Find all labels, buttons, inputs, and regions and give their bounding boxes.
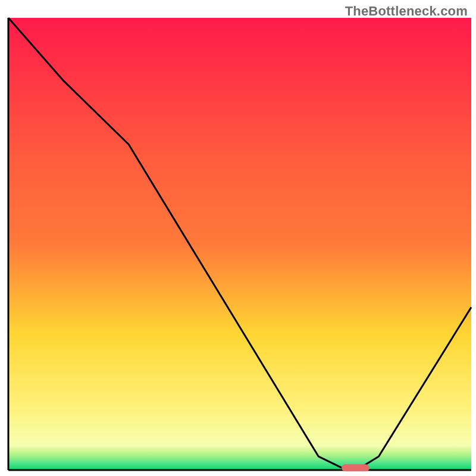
bottleneck-chart — [0, 0, 476, 476]
gradient-background — [8, 18, 471, 470]
chart-container: TheBottleneck.com — [0, 0, 476, 476]
optimal-marker — [342, 464, 369, 471]
watermark-text: TheBottleneck.com — [345, 4, 468, 19]
